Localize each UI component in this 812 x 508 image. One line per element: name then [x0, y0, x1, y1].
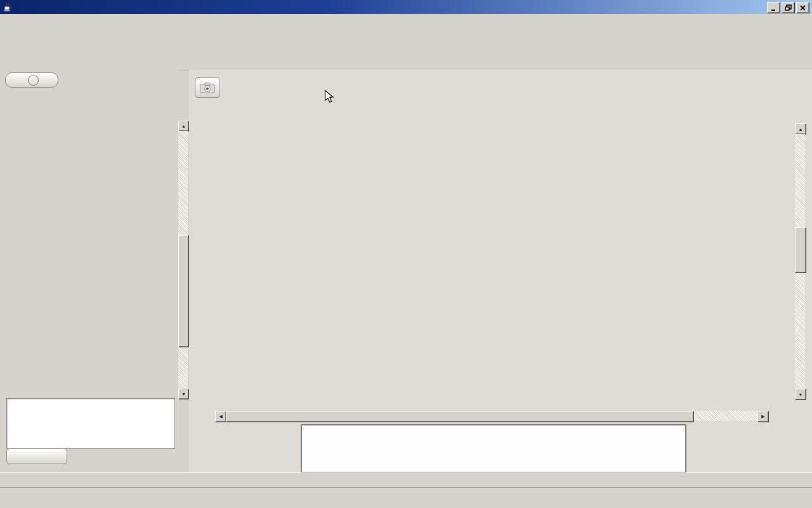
scroll-up-icon[interactable]: ▲	[795, 123, 806, 135]
plot-area[interactable]	[215, 123, 768, 398]
notes-box[interactable]	[6, 398, 175, 449]
scroll-left-icon[interactable]: ◀	[215, 411, 226, 422]
camera-icon[interactable]	[195, 77, 220, 98]
scroll-down-icon[interactable]: ▼	[795, 389, 806, 400]
change-cal-button[interactable]	[6, 448, 67, 464]
close-icon[interactable]	[796, 2, 809, 13]
restore-button[interactable]	[782, 2, 795, 13]
collapse-chevron-icon	[28, 75, 39, 86]
scroll-down-icon[interactable]: ▼	[178, 389, 189, 399]
freq-axis-scrollbar[interactable]: ◀ ▶	[215, 411, 768, 422]
scrollbar-thumb[interactable]	[226, 411, 694, 422]
scroll-right-icon[interactable]: ▶	[757, 411, 769, 422]
window-titlebar	[0, 0, 812, 14]
toolbar	[0, 29, 812, 70]
menubar	[0, 14, 812, 29]
scrollbar-thumb[interactable]	[795, 227, 806, 273]
legend-panel	[301, 424, 686, 473]
capture-button[interactable]	[193, 77, 221, 100]
sidebar	[0, 70, 178, 472]
minimize-button[interactable]	[767, 2, 780, 13]
measurement-list	[0, 89, 178, 406]
sidebar-scrollbar[interactable]: ▲ ▼	[178, 121, 189, 399]
taskbar	[0, 488, 812, 508]
graph-vertical-scrollbar[interactable]: ▲ ▼	[795, 123, 806, 399]
collapse-button[interactable]	[5, 72, 58, 88]
app-icon	[3, 2, 13, 12]
scroll-up-icon[interactable]: ▲	[178, 121, 189, 131]
window-controls	[766, 2, 809, 13]
mouse-cursor	[324, 90, 336, 105]
scrollbar-thumb[interactable]	[178, 235, 189, 347]
status-bar	[0, 472, 812, 488]
